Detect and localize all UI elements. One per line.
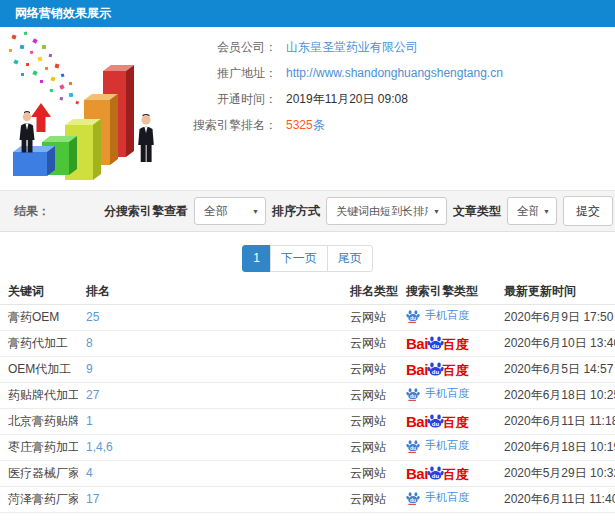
article-type-label: 文章类型 bbox=[453, 203, 501, 220]
update-time-cell: 2020年6月11日 11:40 bbox=[496, 486, 615, 512]
rank-link[interactable]: 9 bbox=[86, 362, 93, 376]
baidu-paw-icon: du bbox=[427, 465, 444, 482]
rank-count-label: 搜索引擎排名： bbox=[185, 117, 277, 134]
engine-type-cell: Bai du 百度 bbox=[398, 330, 496, 356]
keyword-cell: 枣庄膏药加工 bbox=[0, 434, 78, 460]
filter-bar: 结果： 分搜索引擎查看 全部 ▼ 排序方式 关键词由短到长排序 ▼ 文章类型 全… bbox=[0, 190, 615, 232]
rank-type-cell: 云网站 bbox=[342, 304, 398, 330]
rank-link[interactable]: 4 bbox=[86, 466, 93, 480]
table-row: OEM代加工 9 云网站 Bai du 百度 2020年6月5日 14:57 bbox=[0, 356, 615, 382]
update-time-cell: 2020年5月29日 10:32 bbox=[496, 460, 615, 486]
rank-count-suffix: 条 bbox=[313, 118, 325, 132]
svg-text:du: du bbox=[432, 420, 440, 426]
baidu-logo: Bai du 百度 bbox=[406, 361, 469, 377]
keyword-cell: 医疗器械厂家 bbox=[0, 460, 78, 486]
rank-type-cell: 云网站 bbox=[342, 434, 398, 460]
table-row: 菏泽膏药厂家 17 云网站 du 手机百度 2020年6月11日 11:40 bbox=[0, 486, 615, 512]
mobile-baidu-label: 手机百度 bbox=[425, 386, 469, 401]
engine-select[interactable]: 全部 ▼ bbox=[194, 197, 266, 225]
rank-link[interactable]: 8 bbox=[86, 336, 93, 350]
update-time-cell: 2020年6月5日 14:57 bbox=[496, 356, 615, 382]
header-keyword: 关键词 bbox=[0, 279, 78, 304]
info-row-url: 推广地址： http://www.shandonghuangshengtang.… bbox=[185, 60, 615, 86]
keyword-cell: 药贴牌代加工 bbox=[0, 382, 78, 408]
update-time-cell: 2020年6月18日 10:25 bbox=[496, 382, 615, 408]
chevron-down-icon: ▼ bbox=[543, 208, 550, 215]
member-info-panel: 会员公司： 山东皇圣堂药业有限公司 推广地址： http://www.shand… bbox=[185, 27, 615, 190]
header-engine-type: 搜索引擎类型 bbox=[398, 279, 496, 304]
header-rank-type: 排名类型 bbox=[342, 279, 398, 304]
mobile-baidu-badge: du 手机百度 bbox=[406, 308, 469, 323]
promo-url-link[interactable]: http://www.shandonghuangshengtang.cn bbox=[286, 66, 503, 80]
bar-blue bbox=[13, 146, 55, 176]
chevron-down-icon: ▼ bbox=[433, 208, 440, 215]
promo-url-label: 推广地址： bbox=[185, 65, 277, 82]
pagination: 1 下一页 尾页 bbox=[0, 245, 615, 272]
page-button-last[interactable]: 尾页 bbox=[327, 245, 373, 272]
article-type-select[interactable]: 全部 ▼ bbox=[507, 197, 557, 225]
engine-type-cell: du 手机百度 bbox=[398, 304, 496, 330]
update-time-cell: 2020年6月18日 10:19 bbox=[496, 434, 615, 460]
rank-type-cell: 云网站 bbox=[342, 356, 398, 382]
baidu-paw-icon: du bbox=[406, 309, 420, 323]
open-time-value: 2019年11月20日 09:08 bbox=[286, 91, 408, 108]
baidu-logo: Bai du 百度 bbox=[406, 413, 469, 429]
baidu-logo: Bai du 百度 bbox=[406, 335, 469, 351]
baidu-paw-icon: du bbox=[427, 361, 444, 378]
svg-text:du: du bbox=[432, 472, 440, 478]
svg-text:du: du bbox=[410, 315, 416, 320]
rank-link[interactable]: 1,4,6 bbox=[86, 440, 113, 454]
baidu-paw-icon: du bbox=[406, 387, 420, 401]
submit-button[interactable]: 提交 bbox=[563, 196, 613, 226]
results-table: 关键词 排名 排名类型 搜索引擎类型 最新更新时间 膏药OEM 25 云网站 d… bbox=[0, 279, 615, 513]
result-label: 结果： bbox=[14, 203, 50, 220]
rank-type-cell: 云网站 bbox=[342, 330, 398, 356]
table-row: 北京膏药贴牌 1 云网站 Bai du 百度 2020年6月11日 11:18 bbox=[0, 408, 615, 434]
svg-text:du: du bbox=[410, 445, 416, 450]
rank-link[interactable]: 25 bbox=[86, 310, 99, 324]
keyword-cell: 菏泽膏药厂家 bbox=[0, 486, 78, 512]
engine-type-cell: Bai du 百度 bbox=[398, 356, 496, 382]
rank-link[interactable]: 27 bbox=[86, 388, 99, 402]
results-table-body: 膏药OEM 25 云网站 du 手机百度 2020年6月9日 17:50 膏药代… bbox=[0, 304, 615, 512]
mobile-baidu-label: 手机百度 bbox=[425, 438, 469, 453]
table-row: 膏药OEM 25 云网站 du 手机百度 2020年6月9日 17:50 bbox=[0, 304, 615, 330]
company-label: 会员公司： bbox=[185, 39, 277, 56]
keyword-cell: 膏药OEM bbox=[0, 304, 78, 330]
update-time-cell: 2020年6月10日 13:40 bbox=[496, 330, 615, 356]
up-arrow-icon bbox=[31, 103, 51, 132]
table-row: 药贴牌代加工 27 云网站 du 手机百度 2020年6月18日 10:25 bbox=[0, 382, 615, 408]
header-rank: 排名 bbox=[78, 279, 342, 304]
top-section: 会员公司： 山东皇圣堂药业有限公司 推广地址： http://www.shand… bbox=[0, 27, 615, 190]
rank-link[interactable]: 17 bbox=[86, 492, 99, 506]
rank-type-cell: 云网站 bbox=[342, 382, 398, 408]
info-row-rank-count: 搜索引擎排名： 5325条 bbox=[185, 112, 615, 138]
chevron-down-icon: ▼ bbox=[252, 208, 259, 215]
update-time-cell: 2020年6月9日 17:50 bbox=[496, 304, 615, 330]
keyword-cell: OEM代加工 bbox=[0, 356, 78, 382]
baidu-paw-icon: du bbox=[406, 439, 420, 453]
mobile-baidu-badge: du 手机百度 bbox=[406, 386, 469, 401]
page-button-current[interactable]: 1 bbox=[242, 245, 271, 272]
svg-text:du: du bbox=[410, 393, 416, 398]
svg-text:du: du bbox=[432, 368, 440, 374]
rank-link[interactable]: 1 bbox=[86, 414, 93, 428]
growth-chart-image bbox=[0, 27, 185, 189]
mobile-baidu-badge: du 手机百度 bbox=[406, 438, 469, 453]
filter-controls: 分搜索引擎查看 全部 ▼ 排序方式 关键词由短到长排序 ▼ 文章类型 全部 ▼ … bbox=[104, 196, 601, 226]
header-update-time: 最新更新时间 bbox=[496, 279, 615, 304]
page-button-next[interactable]: 下一页 bbox=[270, 245, 328, 272]
sort-select[interactable]: 关键词由短到长排序 ▼ bbox=[326, 197, 447, 225]
svg-text:du: du bbox=[410, 497, 416, 502]
svg-text:du: du bbox=[432, 342, 440, 348]
rank-count-number: 5325 bbox=[286, 118, 313, 132]
info-row-company: 会员公司： 山东皇圣堂药业有限公司 bbox=[185, 34, 615, 60]
confetti-dots bbox=[9, 32, 79, 105]
table-row: 膏药代加工 8 云网站 Bai du 百度 2020年6月10日 13:40 bbox=[0, 330, 615, 356]
company-link[interactable]: 山东皇圣堂药业有限公司 bbox=[286, 39, 418, 56]
engine-type-cell: du 手机百度 bbox=[398, 434, 496, 460]
keyword-cell: 膏药代加工 bbox=[0, 330, 78, 356]
table-row: 医疗器械厂家 4 云网站 Bai du 百度 2020年5月29日 10:32 bbox=[0, 460, 615, 486]
baidu-paw-icon: du bbox=[427, 413, 444, 430]
engine-type-cell: Bai du 百度 bbox=[398, 408, 496, 434]
